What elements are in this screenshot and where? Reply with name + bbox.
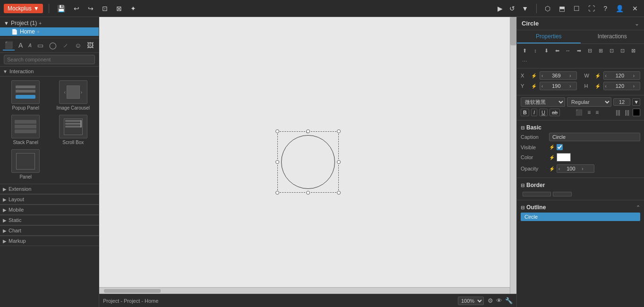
- close-button[interactable]: ✕: [630, 4, 640, 13]
- align-right-text[interactable]: ≡: [594, 109, 600, 116]
- x-input[interactable]: [544, 72, 568, 79]
- outline-circle-item[interactable]: Circle: [521, 213, 640, 221]
- export-button[interactable]: ⬒: [557, 4, 567, 13]
- font-color-swatch[interactable]: [633, 109, 640, 116]
- crop-button[interactable]: ⊡: [100, 4, 110, 13]
- bold-button[interactable]: B: [521, 109, 529, 116]
- same-width-button[interactable]: ⊡: [607, 46, 616, 55]
- add-page-button[interactable]: +: [39, 21, 42, 26]
- handle-tc[interactable]: [306, 129, 310, 133]
- mobile-section-header[interactable]: ▶ Mobile: [0, 205, 99, 215]
- w-input[interactable]: [608, 72, 632, 79]
- w-increment[interactable]: ›: [632, 73, 636, 78]
- save-button[interactable]: 💾: [55, 4, 68, 13]
- text-spacing-1[interactable]: |||: [614, 109, 621, 116]
- comp-tab-text[interactable]: A: [17, 40, 25, 51]
- redo-button[interactable]: ↪: [86, 4, 96, 13]
- comp-tab-widget[interactable]: ⬛: [3, 40, 15, 51]
- align-left-button[interactable]: ⬅: [552, 46, 562, 55]
- extension-section-header[interactable]: ▶ Extension: [0, 184, 99, 194]
- refresh-arrow-button[interactable]: ▼: [519, 4, 531, 13]
- comp-tab-text2[interactable]: A: [26, 40, 34, 51]
- outline-section-header[interactable]: ⊟ Outline ⌃: [521, 202, 640, 213]
- wand-button[interactable]: ✦: [128, 4, 138, 13]
- outline-expand-button[interactable]: ⌃: [636, 205, 640, 211]
- font-family-select[interactable]: 微软雅黑: [521, 97, 565, 107]
- basic-section-header[interactable]: ⊟ Basic: [521, 122, 640, 133]
- align-top-button[interactable]: ⬆: [520, 46, 529, 55]
- h-decrement[interactable]: ‹: [604, 84, 608, 89]
- comp-tab-dash[interactable]: —: [97, 40, 99, 51]
- play-button[interactable]: ▶: [495, 4, 505, 13]
- more-align-button[interactable]: ⋯: [520, 57, 529, 66]
- handle-ml[interactable]: [275, 160, 279, 164]
- crop2-button[interactable]: ⊠: [114, 4, 124, 13]
- same-height-button[interactable]: ⊡: [618, 46, 627, 55]
- refresh-button[interactable]: ↺: [507, 4, 517, 13]
- comp-tab-circle[interactable]: ◯: [47, 40, 59, 51]
- comp-tab-image[interactable]: 🖼: [85, 40, 95, 51]
- interaction-section-header[interactable]: ▼ Interaction: [0, 66, 99, 77]
- align-horiz-button[interactable]: ↔: [563, 46, 573, 55]
- w-decrement[interactable]: ‹: [604, 73, 608, 78]
- font-size-input[interactable]: [613, 98, 630, 106]
- tab-interactions[interactable]: Interactions: [581, 30, 644, 43]
- handle-br[interactable]: [337, 191, 341, 195]
- canvas-vscroll-thumb[interactable]: [510, 17, 516, 45]
- comp-item-image-carousel[interactable]: ‹ › Image Carousel: [52, 80, 95, 111]
- tab-properties[interactable]: Properties: [517, 30, 581, 43]
- canvas-horizontal-scrollbar[interactable]: [99, 287, 510, 294]
- canvas-hscroll-thumb[interactable]: [104, 289, 161, 293]
- canvas-vertical-scrollbar[interactable]: [510, 17, 516, 294]
- comp-item-panel[interactable]: Panel: [4, 149, 48, 180]
- chart-section-header[interactable]: ▶ Chart: [0, 225, 99, 236]
- zoom-select[interactable]: 100% 50% 75% 125% 150% 200%: [458, 297, 484, 305]
- y-input[interactable]: [544, 82, 568, 90]
- dist-vert-button[interactable]: ⊞: [596, 46, 605, 55]
- font-style-select[interactable]: Regular Bold Italic: [567, 97, 611, 107]
- handle-bl[interactable]: [275, 191, 279, 195]
- handle-mr[interactable]: [337, 160, 341, 164]
- component-list-scroll[interactable]: ▼ Interaction Popup Panel: [0, 66, 99, 307]
- align-center-text[interactable]: ≡: [586, 109, 592, 116]
- color-picker[interactable]: [557, 153, 571, 162]
- fullscreen-button[interactable]: ⛶: [586, 4, 597, 13]
- opacity-input[interactable]: [561, 165, 580, 172]
- border-section-header[interactable]: ⊟ Border: [521, 180, 640, 190]
- layout-section-header[interactable]: ▶ Layout: [0, 194, 99, 205]
- add-child-button[interactable]: +: [37, 29, 40, 34]
- outline-item[interactable]: Circle: [521, 213, 640, 221]
- dist-horiz-button[interactable]: ⊟: [585, 46, 594, 55]
- align-bottom-button[interactable]: ⬇: [541, 46, 551, 55]
- x-decrement[interactable]: ‹: [540, 73, 544, 78]
- y-decrement[interactable]: ‹: [540, 84, 544, 89]
- comp-item-stack-panel[interactable]: Stack Panel: [4, 115, 48, 145]
- avatar-button[interactable]: 👤: [613, 4, 626, 13]
- underline-button[interactable]: U: [539, 109, 548, 116]
- opacity-decrement[interactable]: ‹: [557, 166, 561, 171]
- settings-icon[interactable]: ⚙: [488, 297, 493, 304]
- italic-button[interactable]: I: [531, 109, 537, 116]
- same-size-button[interactable]: ⊠: [628, 46, 638, 55]
- h-input[interactable]: [608, 82, 632, 90]
- static-section-header[interactable]: ▶ Static: [0, 215, 99, 225]
- markup-section-header[interactable]: ▶ Markup: [0, 236, 99, 246]
- project-tree-item[interactable]: ▼ Project (1) +: [0, 19, 99, 27]
- comp-tab-face[interactable]: ☺: [73, 40, 83, 51]
- right-panel-collapse-button[interactable]: ⌄: [635, 20, 639, 27]
- share-button[interactable]: ⬡: [542, 4, 553, 13]
- h-increment[interactable]: ›: [632, 84, 636, 89]
- font-size-dropdown[interactable]: ▼: [632, 98, 640, 106]
- window-button[interactable]: ☐: [571, 4, 582, 13]
- comp-tab-rect[interactable]: ▭: [35, 40, 45, 51]
- caption-input[interactable]: [549, 133, 640, 141]
- tools-icon[interactable]: 🔧: [505, 297, 513, 304]
- visible-checkbox[interactable]: [557, 144, 563, 150]
- canvas-area[interactable]: ⊕ Project - Project - Home: [99, 17, 516, 307]
- comp-tab-line[interactable]: ⟋: [60, 40, 71, 51]
- canvas-content[interactable]: ⊕: [99, 24, 516, 300]
- x-increment[interactable]: ›: [568, 73, 572, 78]
- search-component-input[interactable]: [4, 55, 95, 64]
- undo-button[interactable]: ↩: [71, 4, 82, 13]
- opacity-increment[interactable]: ›: [580, 166, 584, 171]
